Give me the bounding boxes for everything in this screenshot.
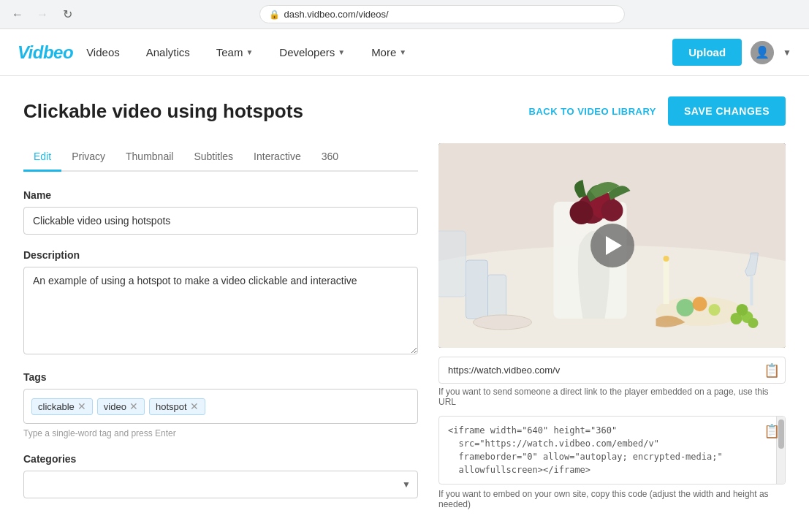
page-content: Clickable video using hotspots BACK TO V… [0, 76, 809, 513]
tags-container[interactable]: clickable ✕ video ✕ hotspot ✕ [23, 389, 418, 424]
lock-icon: 🔒 [269, 10, 280, 20]
copy-icon: 📋 [764, 424, 780, 438]
categories-select[interactable] [23, 471, 418, 498]
svg-point-17 [748, 318, 759, 328]
tag-label: video [104, 401, 126, 412]
svg-point-6 [601, 200, 623, 221]
svg-point-13 [709, 304, 721, 316]
embed-container: <iframe width="640" height="360" src="ht… [438, 416, 786, 484]
nav-analytics-label: Analytics [146, 46, 190, 58]
name-field-group: Name [23, 189, 418, 235]
nav-videos-label: Videos [86, 46, 120, 58]
tags-field-group: Tags clickable ✕ video ✕ hotspot ✕ T [23, 371, 418, 438]
navbar: Vidbeo Videos Analytics Team ▼ Developer… [0, 29, 809, 76]
developers-chevron-icon: ▼ [338, 48, 345, 56]
main-layout: Edit Privacy Thumbnail Subtitles Interac… [23, 143, 786, 513]
svg-rect-21 [438, 231, 466, 297]
logo-text: Vidbeo [18, 42, 73, 63]
svg-point-16 [737, 304, 748, 316]
description-label: Description [23, 249, 418, 261]
embed-code: <iframe width="640" height="360" src="ht… [448, 424, 756, 476]
description-field-group: Description An example of using a hotspo… [23, 249, 418, 357]
tag-remove-clickable[interactable]: ✕ [77, 401, 86, 411]
svg-point-5 [570, 201, 593, 224]
nav-analytics[interactable]: Analytics [133, 29, 203, 76]
tab-360[interactable]: 360 [311, 143, 349, 172]
tab-edit[interactable]: Edit [23, 143, 61, 172]
tab-bar: Edit Privacy Thumbnail Subtitles Interac… [23, 143, 418, 172]
user-avatar[interactable]: 👤 [751, 41, 774, 64]
tag-label: clickable [38, 401, 75, 412]
tag-clickable: clickable ✕ [31, 398, 93, 415]
embed-copy-button[interactable]: 📋 [764, 423, 780, 439]
tag-hotspot: hotspot ✕ [149, 398, 205, 415]
svg-point-12 [693, 297, 707, 311]
upload-button[interactable]: Upload [672, 39, 742, 66]
url-display: https://watch.vidbeo.com/v [438, 357, 786, 384]
browser-chrome: ← → ↻ 🔒 dash.vidbeo.com/videos/ [0, 0, 809, 29]
play-icon [606, 236, 622, 255]
svg-rect-8 [488, 275, 506, 319]
play-button[interactable] [590, 224, 634, 267]
tag-remove-video[interactable]: ✕ [129, 401, 138, 411]
embed-hint: If you want to embed on your own site, c… [438, 489, 786, 509]
nav-team[interactable]: Team ▼ [203, 29, 267, 76]
name-label: Name [23, 189, 418, 201]
tag-video: video ✕ [97, 398, 145, 415]
page-title: Clickable video using hotspots [23, 100, 303, 123]
copy-icon: 📋 [764, 363, 780, 378]
embed-display: <iframe width="640" height="360" src="ht… [438, 416, 786, 484]
back-to-library-link[interactable]: BACK TO VIDEO LIBRARY [529, 106, 656, 117]
url-text: dash.vidbeo.com/videos/ [284, 9, 389, 20]
video-panel: https://watch.vidbeo.com/v 📋 If you want… [438, 143, 786, 513]
reload-button[interactable]: ↻ [58, 6, 76, 23]
svg-point-9 [474, 315, 532, 330]
tab-thumbnail[interactable]: Thumbnail [115, 143, 183, 172]
svg-rect-18 [664, 260, 669, 304]
categories-label: Categories [23, 453, 418, 465]
tab-interactive[interactable]: Interactive [243, 143, 311, 172]
tags-hint: Type a single-word tag and press Enter [23, 428, 418, 438]
nav-more-label: More [371, 46, 396, 58]
svg-rect-20 [751, 276, 753, 305]
url-text: https://watch.vidbeo.com/v [448, 365, 560, 376]
svg-rect-7 [466, 260, 488, 319]
nav-team-label: Team [216, 46, 243, 58]
tags-label: Tags [23, 371, 418, 383]
categories-field-group: Categories ▼ [23, 453, 418, 498]
back-button[interactable]: ← [9, 6, 26, 23]
nav-developers[interactable]: Developers ▼ [266, 29, 358, 76]
categories-select-wrapper: ▼ [23, 471, 418, 498]
header-actions: BACK TO VIDEO LIBRARY SAVE CHANGES [529, 96, 786, 126]
form-panel: Edit Privacy Thumbnail Subtitles Interac… [23, 143, 418, 513]
nav-videos[interactable]: Videos [73, 29, 133, 76]
url-copy-button[interactable]: 📋 [764, 362, 780, 379]
nav-developers-label: Developers [279, 46, 335, 58]
tag-label: hotspot [156, 401, 187, 412]
save-changes-button[interactable]: SAVE CHANGES [668, 96, 786, 126]
team-chevron-icon: ▼ [246, 48, 253, 56]
account-chevron-icon[interactable]: ▼ [783, 48, 791, 58]
description-input[interactable]: An example of using a hotspot to make a … [23, 267, 418, 354]
forward-button[interactable]: → [34, 6, 51, 23]
nav-more[interactable]: More ▼ [358, 29, 419, 76]
svg-point-11 [677, 299, 694, 316]
page-header: Clickable video using hotspots BACK TO V… [23, 96, 786, 126]
name-input[interactable] [23, 207, 418, 235]
tag-remove-hotspot[interactable]: ✕ [190, 401, 199, 411]
tab-privacy[interactable]: Privacy [61, 143, 115, 172]
logo[interactable]: Vidbeo [18, 42, 73, 63]
address-bar[interactable]: 🔒 dash.vidbeo.com/videos/ [259, 5, 625, 23]
video-container [438, 143, 786, 348]
url-hint: If you want to send someone a direct lin… [438, 387, 786, 407]
user-icon: 👤 [755, 45, 770, 59]
more-chevron-icon: ▼ [399, 48, 406, 56]
svg-point-19 [664, 256, 669, 262]
nav-actions: Upload 👤 ▼ [672, 39, 791, 66]
tab-subtitles[interactable]: Subtitles [183, 143, 243, 172]
url-container: https://watch.vidbeo.com/v 📋 [438, 357, 786, 384]
nav-links: Videos Analytics Team ▼ Developers ▼ Mor… [73, 29, 672, 76]
